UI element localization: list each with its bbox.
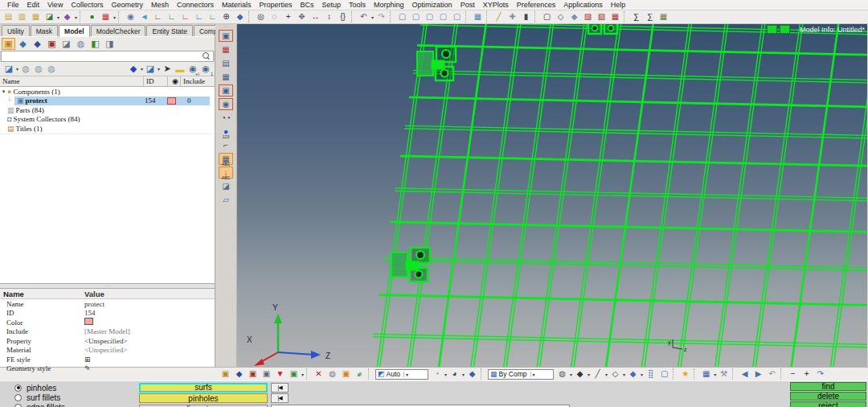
auto-mode-combo-dropdown-icon[interactable]: ▾ (403, 372, 408, 377)
nav-right-icon[interactable]: ▶ (752, 368, 764, 380)
menu-post[interactable]: Post (457, 1, 479, 9)
selection-view-icon[interactable]: ◪ (59, 38, 73, 50)
window-4-icon[interactable]: ▢ (437, 11, 449, 23)
delete-x-icon[interactable]: ✕ (313, 368, 325, 380)
window-2-icon[interactable]: ▢ (410, 11, 422, 23)
sum-load-icon[interactable]: ∑ (644, 11, 656, 23)
graphics-viewport[interactable]: Model Info: Untitled* Y X Z y z (237, 24, 867, 367)
color-palette-icon[interactable]: ▦ (100, 11, 112, 23)
orange-folder-icon[interactable]: ▣ (340, 368, 352, 380)
color-palette-icon-dropdown[interactable]: ▾ (113, 14, 116, 20)
brackets-icon[interactable]: {} (337, 11, 349, 23)
menu-applications[interactable]: Applications (559, 1, 607, 9)
binoculars-icon[interactable]: ◔◔ (219, 112, 233, 124)
card-image-icon[interactable]: ▣ (219, 30, 233, 42)
monitor-icon[interactable]: ▢ (658, 368, 670, 380)
eye-one-icon[interactable]: ◉1 (199, 63, 212, 75)
favorites-star-icon[interactable]: ★ (679, 368, 691, 380)
mass-icon[interactable]: ▮ (520, 11, 532, 23)
performance-graphics-icon[interactable]: ▦ (219, 43, 233, 56)
menu-help[interactable]: Help (607, 1, 630, 9)
menu-edit[interactable]: Edit (23, 1, 44, 9)
undo-icon[interactable]: ↶ (358, 11, 370, 23)
tree-row[interactable]: ▥Parts (84) (0, 105, 215, 115)
undo-icon-dropdown[interactable]: ▾ (371, 14, 374, 20)
tree-row[interactable]: ▾●Components (1) (0, 87, 215, 97)
property-row[interactable]: Include[Master Model] (0, 327, 215, 337)
menu-xyplots[interactable]: XYPlots (479, 1, 513, 9)
mesh-folder-icon[interactable]: ▣ (260, 368, 272, 380)
tree-row-selected[interactable]: └▣protect1540 (0, 97, 215, 106)
wrench-icon[interactable]: ⚒ (718, 368, 730, 380)
axis-folder-icon-dropdown[interactable]: ▾ (301, 372, 304, 377)
layers-icon-dropdown[interactable]: ▾ (16, 66, 18, 72)
organize-icon-dropdown[interactable]: ▾ (57, 14, 59, 20)
shaded-cube-icon[interactable]: ◆ (568, 11, 580, 23)
pan-icon[interactable]: ✥ (296, 11, 308, 23)
db-eye-1-icon[interactable]: ◍ (19, 63, 32, 75)
shaded-blue-icon-dropdown[interactable]: ▾ (641, 372, 643, 377)
limit-view-icon[interactable]: ▣ (45, 38, 59, 50)
mesh-solid-icon[interactable]: ▦ (609, 11, 621, 23)
tree-row[interactable]: ▤Titles (1) (0, 124, 215, 134)
color-swatch[interactable] (84, 318, 93, 325)
window-1-icon[interactable]: ▢ (396, 11, 408, 23)
menu-tools[interactable]: Tools (345, 1, 370, 9)
iso-cube-icon[interactable]: ◇ (555, 11, 567, 23)
tab-model[interactable]: Model (59, 25, 90, 37)
find-button[interactable]: find (790, 382, 866, 391)
shaded-blue-icon[interactable]: ◆ (627, 368, 639, 380)
zoom-area-icon[interactable]: ◉ (125, 11, 137, 23)
blue-cube-icon[interactable]: ◆ (127, 63, 140, 75)
view-back-icon[interactable]: ◄ (138, 11, 150, 23)
highlight-icon[interactable]: ▬ (174, 63, 186, 75)
dark-cube-icon-dropdown[interactable]: ▾ (588, 372, 590, 377)
shaded-elements-icon[interactable]: ▣ (219, 84, 233, 97)
property-row[interactable]: Nameprotect (0, 299, 215, 309)
undo-nav-icon[interactable]: ↶ (766, 368, 778, 380)
reverse-button[interactable]: |◀ (271, 383, 289, 393)
arrows-v-icon[interactable]: ↕ (323, 11, 335, 23)
menu-file[interactable]: File (3, 1, 23, 9)
user-profile-icon[interactable]: ● (86, 11, 98, 23)
auto-mode-combo[interactable]: ◩Auto▾ (375, 369, 428, 380)
cursor-icon[interactable]: ➤ (161, 63, 174, 75)
tree-item-label[interactable]: Components (1) (13, 88, 144, 96)
redo-icon[interactable]: ↷ (375, 11, 387, 23)
search-icon[interactable] (203, 52, 211, 60)
entity-button-surfs[interactable]: surfs (139, 383, 268, 393)
db-eye-2-icon[interactable]: ◍ (32, 63, 45, 75)
grid-window-icon[interactable]: ▦ (700, 368, 712, 380)
shaded-dark-icon-dropdown[interactable]: ▾ (462, 372, 465, 377)
spheres-view-icon[interactable]: ◍ (74, 38, 88, 50)
abc-visibility-icon[interactable]: ▦ABC (219, 153, 233, 165)
radio-icon[interactable] (14, 394, 22, 401)
window-3-icon[interactable]: ▢ (424, 11, 436, 23)
panel-splitter[interactable]: · · · (0, 283, 215, 289)
wire-cube-icon[interactable]: ▢ (541, 11, 553, 23)
save-model-icon[interactable]: ◆ (233, 368, 245, 380)
sort-view-icon[interactable]: ◧ (88, 38, 102, 50)
view-zy-icon[interactable]: ∟ (207, 11, 219, 23)
property-row[interactable]: Color (0, 318, 215, 327)
menu-view[interactable]: View (43, 1, 67, 9)
dots-grid-icon[interactable]: ⣿ (645, 368, 657, 380)
save-icon[interactable]: ▦ (30, 11, 42, 23)
plus-icon[interactable]: + (800, 368, 813, 380)
radio-option-pinholes[interactable]: pinholes (14, 383, 65, 393)
section-cut-icon[interactable]: ◪ (219, 180, 233, 192)
radio-icon[interactable] (14, 384, 22, 392)
line-style-icon-dropdown[interactable]: ▾ (605, 372, 608, 377)
sync-view-icon[interactable]: ◨ (103, 38, 117, 50)
fit-icon[interactable]: + (282, 11, 294, 23)
weld-icon[interactable]: ✚ (506, 11, 518, 23)
tree-row[interactable]: ◘System Collectors (84) (0, 115, 215, 125)
blue-cube-icon-dropdown[interactable]: ▾ (141, 66, 143, 72)
minus-icon[interactable]: − (787, 368, 799, 380)
property-row[interactable]: Geometry style✎ (0, 364, 215, 374)
zoom-out-icon[interactable]: ◌ (268, 11, 280, 23)
node-edit-icon[interactable]: ╱ (493, 11, 505, 23)
property-row[interactable]: Material<Unspecified> (0, 346, 215, 356)
view-yx-icon[interactable]: ∟ (166, 11, 178, 23)
menu-connectors[interactable]: Connectors (173, 1, 218, 9)
